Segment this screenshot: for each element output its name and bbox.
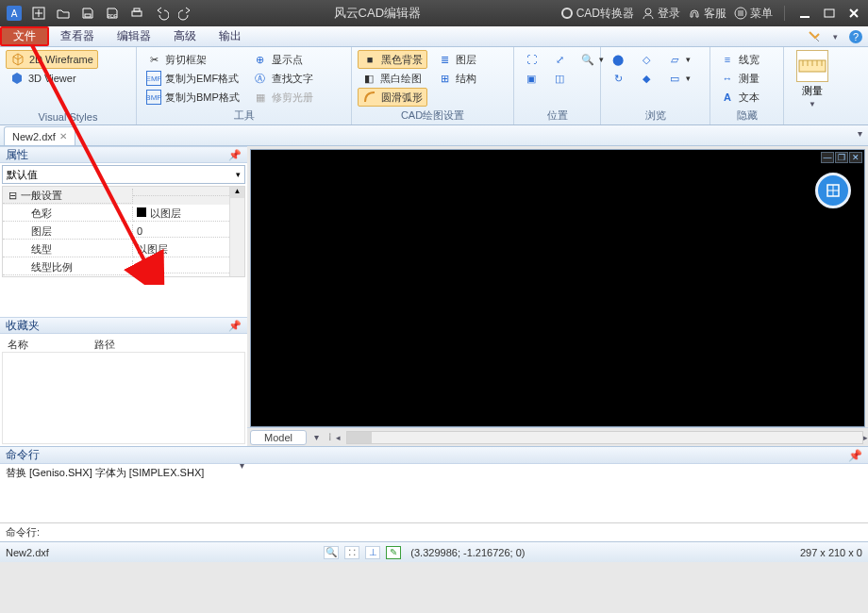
doc-tab[interactable]: New2.dxf✕ — [4, 126, 75, 145]
arc-button[interactable]: 圆滑弧形 — [358, 88, 427, 107]
chevron-icon[interactable]: ▾ — [826, 28, 843, 45]
cube-icon — [10, 52, 25, 67]
pos-btn-2[interactable]: ▣ — [520, 69, 542, 88]
print-icon[interactable] — [128, 5, 145, 22]
maximize-icon[interactable] — [821, 5, 838, 22]
cad-converter-button[interactable]: CAD转换器 — [560, 6, 634, 22]
zoom-sel-icon: ◫ — [552, 71, 567, 86]
prop-row-layer[interactable]: 图层0 — [3, 223, 229, 240]
browse-btn-6[interactable]: ▭▾ — [663, 69, 694, 88]
menu-button[interactable]: 菜单 — [734, 6, 773, 22]
save-pdf-icon[interactable]: PDF — [104, 5, 121, 22]
copy-bmp-button[interactable]: BMP复制为BMP格式 — [142, 88, 243, 107]
measure-big-button[interactable]: 测量 ▼ — [796, 50, 828, 108]
ribbon-group-visual: Visual Styles — [0, 110, 136, 124]
emf-icon: EMF — [146, 71, 161, 86]
support-button[interactable]: 客服 — [688, 6, 726, 22]
crop-frame-button[interactable]: ✂剪切框架 — [142, 50, 243, 69]
pos-btn-4[interactable]: ◫ — [548, 69, 571, 88]
fit-icon: ▣ — [524, 71, 539, 86]
pin-icon[interactable]: 📌 — [848, 449, 862, 462]
style-dropdown-icon[interactable] — [806, 28, 823, 45]
status-bar: New2.dxf 🔍 ⸬ ⊥ ✎ (3.329986; -1.216726; 0… — [0, 541, 868, 562]
viewcube-button[interactable] — [815, 173, 851, 208]
status-icon-4[interactable]: ✎ — [386, 546, 401, 559]
canvas-close-icon[interactable]: ✕ — [849, 152, 862, 163]
browse-btn-1[interactable]: ⬤ — [607, 50, 629, 69]
pin-icon[interactable]: 📌 — [228, 320, 242, 332]
trim-button[interactable]: ▦修剪光册 — [249, 88, 317, 107]
lineweight-button[interactable]: ≡线宽 — [716, 50, 763, 69]
layer-button[interactable]: ≣图层 — [433, 50, 480, 69]
model-overflow-icon[interactable]: ▾ — [314, 432, 319, 442]
struct-icon: ⊞ — [437, 71, 452, 86]
status-icon-3[interactable]: ⊥ — [365, 546, 380, 559]
undo-icon[interactable] — [153, 5, 170, 22]
prop-group-row[interactable]: ⊟一般设置 — [3, 187, 229, 205]
status-file: New2.dxf — [6, 547, 49, 558]
prop-row-lscale[interactable]: 线型比例1 — [3, 258, 229, 276]
tab-close-icon[interactable]: ✕ — [59, 131, 67, 141]
h-scrollbar[interactable] — [346, 431, 863, 444]
browse-btn-2[interactable]: ↻ — [607, 69, 629, 88]
ribbon-group-pos: 位置 — [514, 108, 600, 124]
pin-icon[interactable]: 📌 — [228, 149, 242, 161]
svg-text:A: A — [11, 8, 18, 19]
lineweight-icon: ≡ — [720, 52, 735, 67]
new-icon[interactable] — [30, 5, 47, 22]
browse-btn-4[interactable]: ◆ — [635, 69, 658, 88]
trim-icon: ▦ — [253, 90, 268, 105]
refresh-icon: ↻ — [610, 71, 626, 86]
browse-btn-3[interactable]: ◇ — [635, 50, 658, 69]
prop-row-ltype[interactable]: 线型以图层 — [3, 240, 229, 258]
canvas-restore-icon[interactable]: ❐ — [835, 152, 848, 163]
status-coords: (3.329986; -1.216726; 0) — [410, 547, 525, 558]
menu-advanced[interactable]: 高级 — [162, 26, 208, 46]
black-bg-button[interactable]: ■黑色背景 — [358, 50, 427, 69]
menu-file[interactable]: 文件 — [0, 26, 49, 46]
login-button[interactable]: 登录 — [642, 6, 680, 22]
2d-wireframe-button[interactable]: 2D Wireframe — [6, 50, 98, 69]
menu-viewer[interactable]: 查看器 — [49, 26, 106, 46]
target-icon: ⊕ — [253, 52, 268, 67]
browse-btn-5[interactable]: ▱▾ — [663, 50, 694, 69]
find-text-button[interactable]: Ⓐ查找文字 — [249, 69, 317, 88]
measure-button[interactable]: ↔测量 — [716, 69, 763, 88]
menu-output[interactable]: 输出 — [208, 26, 253, 46]
left-panel-chevron-icon[interactable]: ▾ — [240, 460, 244, 471]
properties-selector[interactable]: 默认值▾ — [2, 165, 245, 184]
close-icon[interactable] — [845, 5, 862, 22]
menu-editor[interactable]: 编辑器 — [106, 26, 162, 46]
redo-icon[interactable] — [177, 5, 194, 22]
help-icon[interactable]: ? — [847, 28, 864, 45]
favorites-columns: 名称 路径 — [0, 334, 247, 352]
minimize-icon[interactable] — [796, 5, 813, 22]
command-input[interactable]: 命令行: — [0, 522, 868, 541]
status-icon-2[interactable]: ⸬ — [344, 546, 359, 559]
copy-emf-button[interactable]: EMF复制为EMF格式 — [142, 69, 243, 88]
zoom-in-icon: 🔍 — [580, 52, 595, 67]
ribbon-group-cad: CAD绘图设置 — [352, 108, 513, 124]
prop-row-color[interactable]: 色彩以图层 — [3, 205, 229, 223]
bw-draw-button[interactable]: ◧黑白绘图 — [358, 69, 427, 88]
pos-btn-1[interactable]: ⛶ — [520, 50, 542, 69]
model-tab[interactable]: Model — [250, 430, 307, 445]
drawing-canvas[interactable]: — ❐ ✕ — [250, 149, 865, 427]
left-panel: 属性📌 默认值▾ ⊟一般设置 色彩以图层 图层0 线型以图层 线型比例1 ▲ 收… — [0, 146, 247, 446]
status-icon-1[interactable]: 🔍 — [324, 546, 339, 559]
show-point-button[interactable]: ⊕显示点 — [249, 50, 317, 69]
struct-button[interactable]: ⊞结构 — [433, 69, 480, 88]
save-icon[interactable] — [79, 5, 96, 22]
fav-col-path: 路径 — [94, 338, 115, 348]
pos-btn-3[interactable]: ⤢ — [548, 50, 571, 69]
text-icon: A — [720, 90, 735, 105]
zoom-fit-icon: ⤢ — [552, 52, 567, 67]
svg-text:?: ? — [853, 31, 859, 42]
tab-overflow-icon[interactable]: ▾ — [858, 128, 862, 139]
3d-viewer-button[interactable]: 3D Viewer — [6, 69, 98, 88]
canvas-min-icon[interactable]: — — [821, 152, 834, 163]
app-logo-icon: A — [6, 5, 23, 22]
text-button[interactable]: A文本 — [716, 88, 763, 107]
collapse-icon[interactable]: ⊟ — [8, 190, 17, 202]
open-icon[interactable] — [55, 5, 72, 22]
